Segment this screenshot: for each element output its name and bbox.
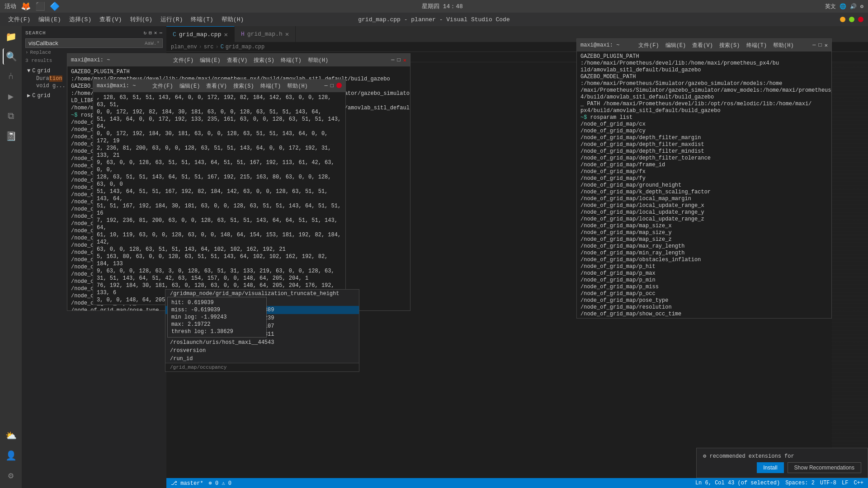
tm1-help[interactable]: 帮助(H) [305, 56, 331, 65]
chevron-right-icon-2: ▶ [27, 92, 30, 99]
menu-edit[interactable]: 编辑(E) [35, 14, 64, 24]
status-bar: ⎇ master* ⊗ 0 ⚠ 0 Ln 6, Col 43 (of selec… [166, 478, 868, 488]
clear-icon[interactable]: ✕ [154, 30, 158, 36]
minimap-content [832, 62, 868, 478]
source-control-icon[interactable]: ⑃ [3, 68, 19, 84]
minimap [832, 62, 868, 478]
word-icon[interactable]: W [151, 41, 154, 46]
rmt-edit[interactable]: 编辑(E) [663, 41, 689, 50]
spaces[interactable]: Spaces: 2 [785, 480, 815, 486]
rmt-search[interactable]: 搜索(S) [717, 41, 743, 50]
more-icon[interactable]: ⋯ [159, 30, 163, 36]
chevron-right-icon: › [25, 50, 28, 55]
line-ending[interactable]: LF [842, 480, 848, 486]
search-header: SEARCH ↻ ⊟ ✕ ⋯ [25, 30, 163, 36]
tm1-file[interactable]: 文件(F) [170, 56, 197, 65]
language[interactable]: C++ [854, 480, 863, 486]
t1-max[interactable]: □ [397, 57, 401, 64]
menu-run[interactable]: 运行(R) [157, 14, 186, 24]
tm1-view[interactable]: 查看(V) [224, 56, 250, 65]
rmt-term[interactable]: 终端(T) [744, 41, 770, 50]
notebook-icon[interactable]: 📓 [3, 128, 19, 144]
lang-indicator[interactable]: 英文 [825, 3, 836, 10]
case-sensitive-icon[interactable]: Aa [145, 41, 151, 46]
rt-close[interactable]: ✕ [825, 42, 828, 49]
menu-selection[interactable]: 选择(S) [66, 14, 95, 24]
regex-icon[interactable]: .* [154, 41, 160, 46]
menu-file[interactable]: 文件(F) [5, 14, 34, 24]
refresh-icon[interactable]: ↻ [144, 30, 147, 36]
t2-max[interactable]: □ [330, 83, 334, 89]
menu-help[interactable]: 帮助(H) [218, 14, 247, 24]
clock: 星期四 14：48 [422, 2, 463, 10]
collapse-icon[interactable]: ⊟ [149, 30, 152, 36]
menu-goto[interactable]: 转到(G) [127, 14, 156, 24]
firefox-icon[interactable]: 🦊 [21, 1, 31, 11]
terminal-1-title: maxi@maxi: ~ [71, 57, 110, 63]
encoding[interactable]: UTF-8 [820, 480, 836, 486]
ros-terminal-content: GAZEBO_PLUGIN_PATH :/home/maxi/Prometheu… [577, 52, 831, 318]
tm1-edit[interactable]: 编辑(E) [197, 56, 223, 65]
menu-view[interactable]: 查看(V) [96, 14, 125, 24]
breadcrumb-sep-2: › [215, 44, 218, 50]
vscode-icon[interactable]: 🔷 [50, 1, 60, 11]
rt-min[interactable]: ─ [812, 42, 816, 49]
settings-icon: ⚙ [860, 3, 863, 10]
t3-min: min log: -1.99243 [171, 314, 263, 321]
tm2-search[interactable]: 搜索(S) [231, 81, 257, 91]
debug-icon[interactable]: ▶ [3, 88, 19, 104]
tm1-search[interactable]: 搜索(S) [251, 56, 277, 65]
t2-close[interactable] [336, 83, 342, 88]
tm2-file[interactable]: 文件(F) [150, 81, 176, 91]
tab-label-2: grid_map.h [247, 31, 283, 38]
tm2-view[interactable]: 查看(V) [203, 81, 230, 91]
errors-warnings[interactable]: ⊗ 0 ⚠ 0 [209, 480, 231, 487]
menu-terminal[interactable]: 终端(T) [187, 14, 217, 24]
show-recommendations-button[interactable]: Show Recommendations [788, 462, 861, 473]
tab-close-2[interactable]: ✕ [285, 30, 289, 38]
extensions-icon[interactable]: ⧉ [3, 108, 19, 124]
autocomplete-item-9[interactable]: /run_id [165, 355, 359, 363]
ros-terminal-menu: 文件(F) 编辑(E) 查看(V) 搜索(S) 终端(T) 帮助(H) [636, 41, 797, 50]
tab-close-1[interactable]: ✕ [224, 31, 227, 38]
accounts-icon[interactable]: 👤 [3, 447, 19, 464]
close-button[interactable] [858, 17, 863, 22]
match-duration: Duration [36, 75, 62, 82]
autocomplete-item-8[interactable]: /rosversion [165, 347, 359, 355]
terminal-2-menu: 文件(F) 编辑(E) 查看(V) 搜索(S) 终端(T) 帮助(H) [150, 81, 311, 91]
network-icon: 🌐 [840, 3, 846, 10]
breadcrumb-part-3[interactable]: grid_map.cpp [226, 44, 264, 50]
tm2-edit[interactable]: 编辑(E) [177, 81, 203, 91]
rt-max[interactable]: □ [819, 42, 822, 49]
maximize-button[interactable] [849, 17, 854, 22]
terminal-icon[interactable]: ⬛ [35, 1, 45, 11]
file-name-1: grid [37, 68, 50, 74]
t2-min[interactable]: ─ [325, 83, 328, 89]
git-branch[interactable]: ⎇ master* [171, 480, 203, 487]
explorer-icon[interactable]: 📁 [3, 28, 19, 45]
breadcrumb-part-1[interactable]: plan_env [171, 44, 197, 50]
cursor-position[interactable]: Ln 6, Col 43 (of selected) [695, 480, 780, 486]
autocomplete-item-7[interactable]: /roslaunch/uris/host_maxi__44543 [165, 338, 359, 347]
tm1-term[interactable]: 终端(T) [278, 56, 304, 65]
system-bar-right: 英文 🌐 🔊 ⚙ [825, 3, 863, 10]
rmt-file[interactable]: 文件(F) [636, 41, 662, 50]
file-name-2: grid [37, 93, 50, 99]
rmt-help[interactable]: 帮助(H) [770, 41, 797, 50]
tm2-help[interactable]: 帮助(H) [284, 81, 311, 91]
t1-min[interactable]: ─ [391, 57, 394, 64]
install-button[interactable]: Install [757, 462, 783, 473]
activities-label[interactable]: 活动 [5, 2, 16, 10]
tm2-term[interactable]: 终端(T) [258, 81, 284, 91]
minimize-button[interactable] [840, 17, 845, 22]
tab-grid-map-h[interactable]: H grid_map.h ✕ [235, 26, 296, 42]
remote-icon[interactable]: ⛅ [3, 427, 19, 444]
search-input[interactable] [28, 40, 145, 47]
settings-gear-icon[interactable]: ⚙ [3, 467, 19, 483]
tab-h-icon: H [241, 31, 245, 38]
tab-grid-map-cpp[interactable]: C grid_map.cpp ✕ [166, 26, 235, 42]
rmt-view[interactable]: 查看(V) [689, 41, 716, 50]
t1-close[interactable]: ✕ [403, 57, 406, 64]
search-icon[interactable]: 🔍 [3, 48, 19, 65]
breadcrumb-part-2[interactable]: src [204, 44, 214, 50]
